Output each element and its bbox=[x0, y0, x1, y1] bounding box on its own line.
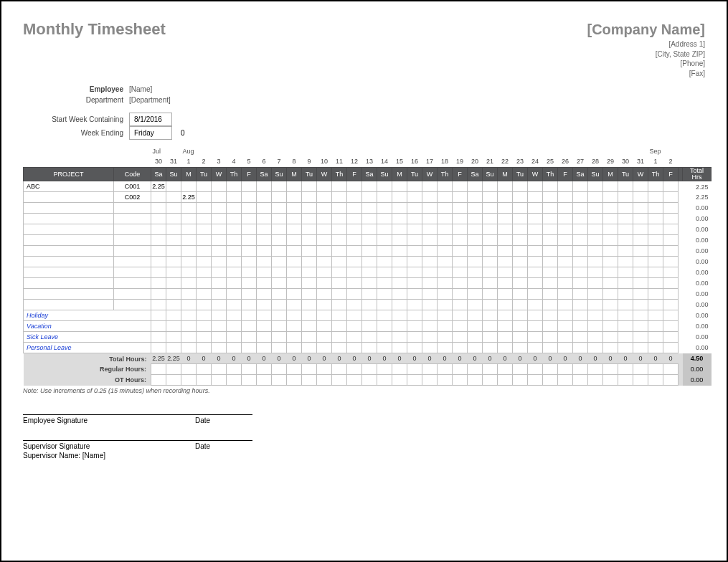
hours-cell[interactable] bbox=[302, 332, 317, 343]
hours-cell[interactable] bbox=[422, 300, 438, 310]
hours-cell[interactable] bbox=[302, 203, 317, 214]
hours-cell[interactable] bbox=[588, 267, 603, 278]
hours-cell[interactable] bbox=[166, 235, 181, 246]
hours-cell[interactable] bbox=[483, 310, 498, 321]
hours-cell[interactable] bbox=[453, 181, 468, 192]
hours-cell[interactable] bbox=[588, 235, 603, 246]
hours-cell[interactable] bbox=[438, 321, 453, 332]
hours-cell[interactable] bbox=[392, 214, 407, 224]
hours-cell[interactable] bbox=[287, 214, 302, 224]
hours-cell[interactable] bbox=[633, 310, 648, 321]
hours-cell[interactable] bbox=[438, 310, 453, 321]
code-cell[interactable] bbox=[114, 300, 151, 310]
hours-cell[interactable] bbox=[242, 267, 257, 278]
hours-cell[interactable] bbox=[483, 235, 498, 246]
hours-cell[interactable] bbox=[648, 235, 663, 246]
hours-cell[interactable] bbox=[272, 181, 287, 192]
hours-cell[interactable] bbox=[422, 214, 438, 224]
hours-cell[interactable] bbox=[663, 203, 679, 214]
hours-cell[interactable] bbox=[543, 192, 558, 203]
ot-hours-cell[interactable] bbox=[648, 375, 663, 386]
hours-cell[interactable] bbox=[392, 278, 407, 289]
hours-cell[interactable] bbox=[422, 246, 438, 257]
hours-cell[interactable] bbox=[242, 321, 257, 332]
hours-cell[interactable] bbox=[468, 343, 483, 353]
ot-hours-cell[interactable] bbox=[317, 375, 332, 386]
hours-cell[interactable] bbox=[272, 257, 287, 267]
hours-cell[interactable] bbox=[166, 343, 181, 353]
code-cell[interactable]: C001 bbox=[114, 181, 151, 192]
hours-cell[interactable] bbox=[302, 246, 317, 257]
hours-cell[interactable] bbox=[151, 257, 166, 267]
hours-cell[interactable] bbox=[257, 289, 272, 300]
hours-cell[interactable] bbox=[362, 192, 377, 203]
hours-cell[interactable] bbox=[227, 321, 242, 332]
hours-cell[interactable] bbox=[332, 192, 347, 203]
hours-cell[interactable] bbox=[407, 257, 422, 267]
hours-cell[interactable] bbox=[573, 321, 588, 332]
hours-cell[interactable] bbox=[407, 267, 422, 278]
hours-cell[interactable] bbox=[392, 192, 407, 203]
project-cell[interactable] bbox=[24, 300, 114, 310]
hours-cell[interactable] bbox=[468, 181, 483, 192]
code-cell[interactable] bbox=[114, 257, 151, 267]
hours-cell[interactable] bbox=[362, 224, 377, 235]
hours-cell[interactable] bbox=[392, 289, 407, 300]
hours-cell[interactable] bbox=[498, 289, 513, 300]
hours-cell[interactable] bbox=[362, 278, 377, 289]
hours-cell[interactable] bbox=[468, 321, 483, 332]
hours-cell[interactable] bbox=[227, 181, 242, 192]
hours-cell[interactable] bbox=[663, 267, 679, 278]
hours-cell[interactable] bbox=[272, 289, 287, 300]
leave-label[interactable]: Sick Leave bbox=[24, 332, 151, 343]
hours-cell[interactable] bbox=[558, 289, 573, 300]
hours-cell[interactable] bbox=[212, 343, 227, 353]
hours-cell[interactable] bbox=[513, 310, 528, 321]
hours-cell[interactable] bbox=[453, 214, 468, 224]
hours-cell[interactable] bbox=[438, 289, 453, 300]
hours-cell[interactable] bbox=[603, 192, 618, 203]
hours-cell[interactable] bbox=[498, 310, 513, 321]
hours-cell[interactable] bbox=[573, 203, 588, 214]
hours-cell[interactable] bbox=[588, 300, 603, 310]
hours-cell[interactable] bbox=[422, 192, 438, 203]
hours-cell[interactable] bbox=[227, 267, 242, 278]
hours-cell[interactable] bbox=[287, 203, 302, 214]
hours-cell[interactable] bbox=[287, 321, 302, 332]
hours-cell[interactable] bbox=[483, 278, 498, 289]
hours-cell[interactable] bbox=[257, 192, 272, 203]
hours-cell[interactable] bbox=[573, 246, 588, 257]
hours-cell[interactable] bbox=[212, 181, 227, 192]
hours-cell[interactable] bbox=[438, 181, 453, 192]
hours-cell[interactable] bbox=[407, 332, 422, 343]
hours-cell[interactable] bbox=[407, 214, 422, 224]
hours-cell[interactable] bbox=[242, 192, 257, 203]
ot-hours-cell[interactable] bbox=[468, 375, 483, 386]
hours-cell[interactable] bbox=[468, 235, 483, 246]
hours-cell[interactable] bbox=[663, 332, 679, 343]
ot-hours-cell[interactable] bbox=[543, 375, 558, 386]
hours-cell[interactable] bbox=[648, 257, 663, 267]
hours-cell[interactable] bbox=[663, 257, 679, 267]
hours-cell[interactable] bbox=[422, 310, 438, 321]
hours-cell[interactable] bbox=[197, 203, 212, 214]
hours-cell[interactable] bbox=[257, 267, 272, 278]
hours-cell[interactable] bbox=[377, 246, 392, 257]
regular-hours-cell[interactable] bbox=[287, 364, 302, 375]
hours-cell[interactable] bbox=[332, 246, 347, 257]
ot-hours-cell[interactable] bbox=[257, 375, 272, 386]
hours-cell[interactable] bbox=[347, 310, 362, 321]
hours-cell[interactable] bbox=[151, 267, 166, 278]
ot-hours-cell[interactable] bbox=[362, 375, 377, 386]
hours-cell[interactable] bbox=[166, 278, 181, 289]
hours-cell[interactable] bbox=[498, 192, 513, 203]
hours-cell[interactable] bbox=[648, 246, 663, 257]
hours-cell[interactable] bbox=[573, 214, 588, 224]
code-cell[interactable] bbox=[114, 214, 151, 224]
ot-hours-cell[interactable] bbox=[377, 375, 392, 386]
hours-cell[interactable] bbox=[272, 224, 287, 235]
hours-cell[interactable] bbox=[648, 278, 663, 289]
hours-cell[interactable] bbox=[302, 224, 317, 235]
ot-hours-cell[interactable] bbox=[242, 375, 257, 386]
hours-cell[interactable] bbox=[197, 321, 212, 332]
